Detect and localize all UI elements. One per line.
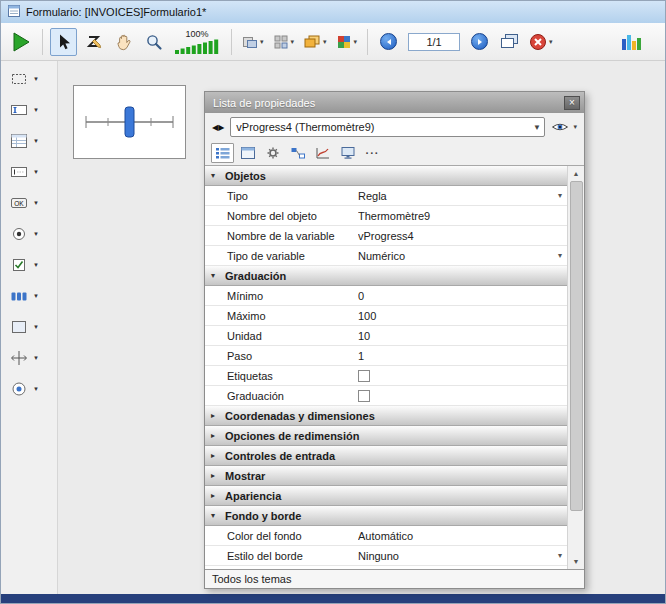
property-label: Estilo del borde <box>205 550 358 562</box>
zoom-tool-button[interactable] <box>140 28 167 56</box>
visibility-menu-button[interactable]: ▾ <box>551 121 577 133</box>
property-value[interactable]: 1 <box>358 350 562 362</box>
dropdown-arrow-icon[interactable]: ▼ <box>33 324 39 330</box>
property-value[interactable]: 10 <box>358 330 562 342</box>
duplicate-menu-button[interactable]: ▾ <box>300 28 330 56</box>
palette-item-indicator[interactable]: ▼ <box>1 379 57 399</box>
chevron-expanded-icon: ▾ <box>211 171 220 180</box>
chevron-down-icon[interactable]: ▼ <box>529 118 544 136</box>
color-menu-button[interactable]: ▾ <box>333 28 361 56</box>
rectangle-icon <box>10 318 28 336</box>
prev-page-button[interactable] <box>375 28 402 56</box>
distribute-icon <box>273 34 289 50</box>
object-prev-next-buttons[interactable]: ◀▶ <box>212 123 224 132</box>
tab-more[interactable]: ··· <box>361 143 384 163</box>
color-bars-icon <box>621 33 642 51</box>
palette-item-listbox[interactable]: ▼ <box>1 131 57 151</box>
chevron-down-icon[interactable]: ▾ <box>558 191 562 200</box>
themes-footer[interactable]: Todos los temas <box>205 569 584 588</box>
palette-item-splitter[interactable]: ▼ <box>1 348 57 368</box>
property-value[interactable]: Numérico <box>358 250 558 262</box>
section-header-mostrar[interactable]: ▸Mostrar <box>205 466 567 486</box>
tab-settings[interactable] <box>261 143 284 163</box>
dropdown-arrow-icon[interactable]: ▼ <box>33 138 39 144</box>
dropdown-arrow-icon[interactable]: ▼ <box>33 293 39 299</box>
checkbox[interactable] <box>358 370 370 382</box>
zoom-level-control[interactable]: 100% <box>170 26 224 58</box>
property-value[interactable]: Regla <box>358 190 558 202</box>
palette-item-radio[interactable]: ▼ <box>1 224 57 244</box>
chevron-down-icon[interactable]: ▾ <box>558 551 562 560</box>
property-label: Unidad <box>205 330 358 342</box>
select-tool-button[interactable] <box>50 28 77 56</box>
dropdown-arrow-icon[interactable]: ▼ <box>33 355 39 361</box>
stop-button[interactable]: ▾ <box>526 28 556 56</box>
dropdown-arrow-icon[interactable]: ▼ <box>33 107 39 113</box>
palette-item-field[interactable]: ▼ <box>1 162 57 182</box>
palette-item-text-input[interactable]: ▼ <box>1 100 57 120</box>
run-button[interactable] <box>7 28 35 56</box>
tab-properties-list[interactable] <box>211 143 234 163</box>
property-value[interactable]: 100 <box>358 310 562 322</box>
property-value-cell: 100 <box>358 306 567 325</box>
right-arrow-icon[interactable]: ▶ <box>218 123 224 132</box>
tab-display[interactable] <box>336 143 359 163</box>
palette-item-checkbox[interactable]: ▼ <box>1 255 57 275</box>
stop-icon <box>529 33 547 51</box>
section-header-fondo-y-borde[interactable]: ▾Fondo y borde <box>205 506 567 526</box>
section-header-controles-de-entrada[interactable]: ▸Controles de entrada <box>205 446 567 466</box>
radio-button-icon <box>10 225 28 243</box>
chart-style-button[interactable] <box>618 28 645 56</box>
tab-form[interactable] <box>236 143 259 163</box>
scroll-up-icon[interactable]: ▲ <box>568 166 585 181</box>
order-tool-button[interactable] <box>80 28 107 56</box>
property-label: Paso <box>205 350 358 362</box>
property-value[interactable]: 0 <box>358 290 562 302</box>
section-header-opciones-de-redimensio-n[interactable]: ▸Opciones de redimensión <box>205 426 567 446</box>
section-header-objetos[interactable]: ▾Objetos <box>205 166 567 186</box>
section-header-graduacio-n[interactable]: ▾Graduación <box>205 266 567 286</box>
palette-item-tab-control[interactable]: ▼ <box>1 286 57 306</box>
next-page-button[interactable] <box>466 28 493 56</box>
z-order-icon <box>85 33 103 51</box>
indicator-icon <box>10 380 28 398</box>
palette-item-marquee[interactable]: ▼ <box>1 69 57 89</box>
scroll-down-icon[interactable]: ▼ <box>568 554 585 569</box>
dropdown-arrow-icon[interactable]: ▼ <box>33 200 39 206</box>
palette-item-rectangle[interactable]: ▼ <box>1 317 57 337</box>
pan-tool-button[interactable] <box>110 28 137 56</box>
windows-button[interactable] <box>496 28 523 56</box>
dropdown-arrow-icon[interactable]: ▼ <box>33 169 39 175</box>
property-value[interactable]: Ninguno <box>358 550 558 562</box>
form-canvas[interactable]: Lista de propiedades × ◀▶ vProgress4 (Th… <box>58 61 665 594</box>
properties-panel-titlebar[interactable]: Lista de propiedades × <box>205 92 584 113</box>
distribute-menu-button[interactable]: ▾ <box>270 28 298 56</box>
dropdown-arrow-icon[interactable]: ▼ <box>33 262 39 268</box>
chevron-down-icon[interactable]: ▾ <box>558 251 562 260</box>
cascade-windows-icon <box>500 33 520 50</box>
checkbox-icon <box>10 256 28 274</box>
tab-chart[interactable] <box>311 143 334 163</box>
section-header-coordenadas-y-dimensiones[interactable]: ▸Coordenadas y dimensiones <box>205 406 567 426</box>
align-menu-button[interactable]: ▾ <box>239 28 267 56</box>
scrollbar-thumb[interactable] <box>570 181 583 511</box>
property-value[interactable]: vProgress4 <box>358 230 562 242</box>
property-value[interactable]: Automático <box>358 530 562 542</box>
tab-action[interactable] <box>286 143 309 163</box>
page-indicator[interactable]: 1/1 <box>408 33 460 51</box>
dropdown-arrow-icon[interactable]: ▼ <box>33 231 39 237</box>
palette-item-button[interactable]: OK ▼ <box>1 193 57 213</box>
window-titlebar[interactable]: Formulario: [INVOICES]Formulario1* <box>1 1 665 23</box>
property-value[interactable]: Thermomètre9 <box>358 210 562 222</box>
dropdown-arrow-icon[interactable]: ▼ <box>33 386 39 392</box>
themes-footer-label: Todos los temas <box>212 573 291 585</box>
section-label: Opciones de redimensión <box>225 430 359 442</box>
object-selector-combobox[interactable]: vProgress4 (Thermomètre9) ▼ <box>230 117 545 137</box>
properties-scrollbar[interactable]: ▲ ▼ <box>567 166 584 569</box>
close-icon[interactable]: × <box>564 96 580 110</box>
property-label: Color del fondo <box>205 530 358 542</box>
section-header-apariencia[interactable]: ▸Apariencia <box>205 486 567 506</box>
thermometer-slider-widget[interactable] <box>73 85 186 159</box>
dropdown-arrow-icon[interactable]: ▼ <box>33 76 39 82</box>
checkbox[interactable] <box>358 390 370 402</box>
